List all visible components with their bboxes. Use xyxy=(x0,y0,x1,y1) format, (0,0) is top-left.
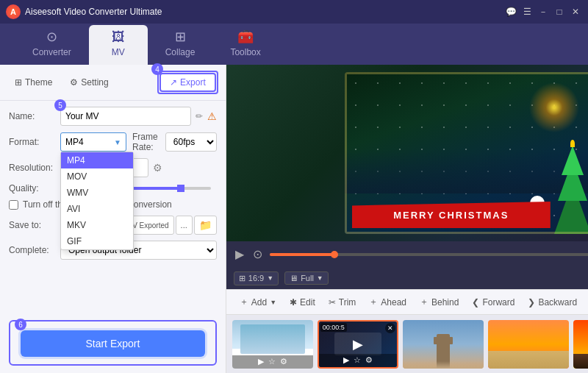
filmstrip-item-1[interactable]: ▶ ☆ ⚙ xyxy=(232,320,313,369)
tab-mv-label: MV xyxy=(112,47,125,57)
format-option-mkv[interactable]: MKV xyxy=(61,217,133,233)
forward-button[interactable]: ❮ Forward xyxy=(466,294,520,310)
aspect-chevron-icon: ▼ xyxy=(267,274,273,282)
format-label: Format: xyxy=(9,137,60,147)
framerate-select[interactable]: 60fps 30fps 24fps xyxy=(165,132,217,152)
add-button[interactable]: ＋ Add ▼ xyxy=(234,293,282,311)
stop-button[interactable]: ⊙ xyxy=(251,246,264,263)
framerate-label: Frame Rate: xyxy=(132,132,159,152)
preview-area: MERRY CHRISTMAS xyxy=(226,65,588,241)
left-panel: ⊞ Theme ⚙ Setting 4 ↗ Export Na xyxy=(0,65,226,373)
export-label: Export xyxy=(180,77,206,88)
format-option-mov[interactable]: MOV xyxy=(61,168,133,185)
tab-collage[interactable]: ⊞ Collage xyxy=(148,24,213,65)
resolution-gear-button[interactable]: ⚙ xyxy=(153,162,162,174)
empty-button[interactable]: 🗑 Empty xyxy=(584,294,588,310)
start-export-wrapper: 6 Start Export xyxy=(0,320,226,373)
filmstrip-item-2-close[interactable]: ✕ xyxy=(385,323,395,333)
format-dropdown[interactable]: MP4 MOV WMV AVI MKV GIF xyxy=(60,152,134,250)
close-button[interactable]: ✕ xyxy=(569,6,582,18)
firework xyxy=(525,78,584,137)
quality-select[interactable]: 🖥 Full ▼ xyxy=(284,271,329,285)
tree-star xyxy=(570,140,575,147)
export-highlight: ↗ Export xyxy=(157,71,218,94)
start-export-main-button[interactable]: Start Export xyxy=(21,330,205,357)
filmstrip-item-3[interactable] xyxy=(403,320,484,369)
filmstrip-item-4[interactable] xyxy=(488,320,569,369)
tab-collage-label: Collage xyxy=(165,47,196,57)
quality-chevron-icon: ▼ xyxy=(317,274,323,282)
saveto-folder-button[interactable]: 📁 xyxy=(194,216,217,235)
converter-icon: ⊙ xyxy=(46,29,57,45)
aspect-icon: ⊞ xyxy=(239,274,245,283)
progress-bar[interactable] xyxy=(270,253,588,256)
xmas-banner: MERRY CHRISTMAS xyxy=(352,202,551,228)
name-input[interactable] xyxy=(60,107,191,126)
filmstrip-item-2[interactable]: ▶ 00:00:5 ✕ ▶ ☆ ⚙ xyxy=(318,320,398,369)
toolbox-icon: 🧰 xyxy=(237,29,254,45)
export-icon: ↗ xyxy=(170,77,177,88)
filmstrip-item-5[interactable] xyxy=(573,320,588,369)
minimize-button[interactable]: － xyxy=(537,6,550,18)
edit-icon: ✱ xyxy=(290,297,297,308)
edit-button[interactable]: ✱ Edit xyxy=(284,294,321,310)
format-select[interactable]: MP4 ▼ xyxy=(60,132,126,152)
xmas-card: MERRY CHRISTMAS xyxy=(345,72,588,234)
chat-button[interactable]: 💬 xyxy=(504,6,517,18)
name-label: Name: xyxy=(9,111,60,121)
main-content: ⊞ Theme ⚙ Setting 4 ↗ Export Na xyxy=(0,65,588,373)
tab-converter[interactable]: ⊙ Converter xyxy=(15,24,89,65)
setting-button[interactable]: ⚙ Setting xyxy=(62,74,115,90)
format-dropdown-wrapper: MP4 ▼ MP4 MOV WMV AVI MKV GIF xyxy=(60,132,126,152)
start-export-main-label: Start Export xyxy=(85,338,140,349)
edit-label: Edit xyxy=(300,297,315,308)
complete-label: Complete: xyxy=(9,245,60,255)
app-title: Aiseesoft Video Converter Ultimate xyxy=(25,7,504,17)
format-option-gif[interactable]: GIF xyxy=(61,233,133,249)
ahead-label: Ahead xyxy=(381,297,406,308)
theme-button[interactable]: ⊞ Theme xyxy=(7,74,60,90)
resolution-label: Resolution: xyxy=(9,163,60,173)
tab-toolbox[interactable]: 🧰 Toolbox xyxy=(212,24,278,65)
export-form: Name: 5 ✏ ⚠ Format: MP4 ▼ xyxy=(0,101,226,320)
collage-icon: ⊞ xyxy=(175,29,186,45)
saveto-dots-label: ... xyxy=(181,221,187,230)
export-button[interactable]: ↗ Export xyxy=(159,73,216,92)
filmstrip-item-1-overlay: ▶ ☆ ⚙ xyxy=(232,355,313,369)
film-star-icon-1: ☆ xyxy=(268,357,276,366)
name-row: Name: 5 ✏ ⚠ xyxy=(9,107,217,126)
xmas-text: MERRY CHRISTMAS xyxy=(393,210,509,221)
format-option-mp4[interactable]: MP4 xyxy=(61,152,133,168)
backward-icon: ❯ xyxy=(528,297,535,308)
monitor-icon: 🖥 xyxy=(290,274,298,283)
format-option-wmv[interactable]: WMV xyxy=(61,185,133,201)
trim-icon: ✂ xyxy=(329,297,336,308)
aspect-ratio-select[interactable]: ⊞ 16:9 ▼ xyxy=(234,271,279,285)
play-button[interactable]: ▶ xyxy=(234,246,245,263)
turnoff-checkbox[interactable] xyxy=(9,200,18,210)
ahead-button[interactable]: ＋ Ahead xyxy=(363,293,412,311)
trim-label: Trim xyxy=(339,297,356,308)
quality-label: Quality: xyxy=(9,183,60,193)
forward-icon: ❮ xyxy=(472,297,479,308)
add-plus-icon: ＋ xyxy=(240,296,248,308)
format-option-avi[interactable]: AVI xyxy=(61,201,133,217)
backward-label: Backward xyxy=(538,297,577,308)
aspect-ratio-value: 16:9 xyxy=(248,274,264,283)
trim-button[interactable]: ✂ Trim xyxy=(323,294,362,310)
progress-thumb xyxy=(331,251,338,258)
menu-button[interactable]: ☰ xyxy=(520,6,534,18)
format-chevron-icon: ▼ xyxy=(114,138,121,146)
window-controls: 💬 ☰ － □ ✕ xyxy=(504,6,582,18)
film-settings-icon-2: ⚙ xyxy=(365,355,373,365)
saveto-dots-button[interactable]: ... xyxy=(176,216,193,235)
city-gradient xyxy=(345,149,588,193)
add-arrow-icon: ▼ xyxy=(270,299,276,306)
behind-button[interactable]: ＋ Behind xyxy=(414,293,465,311)
tab-mv[interactable]: 🖼 MV xyxy=(89,25,148,65)
step4-badge: 4 xyxy=(151,63,163,75)
backward-button[interactable]: ❯ Backward xyxy=(522,294,583,310)
maximize-button[interactable]: □ xyxy=(553,6,566,18)
tab-toolbox-label: Toolbox xyxy=(230,47,260,57)
mv-icon: 🖼 xyxy=(112,29,125,45)
